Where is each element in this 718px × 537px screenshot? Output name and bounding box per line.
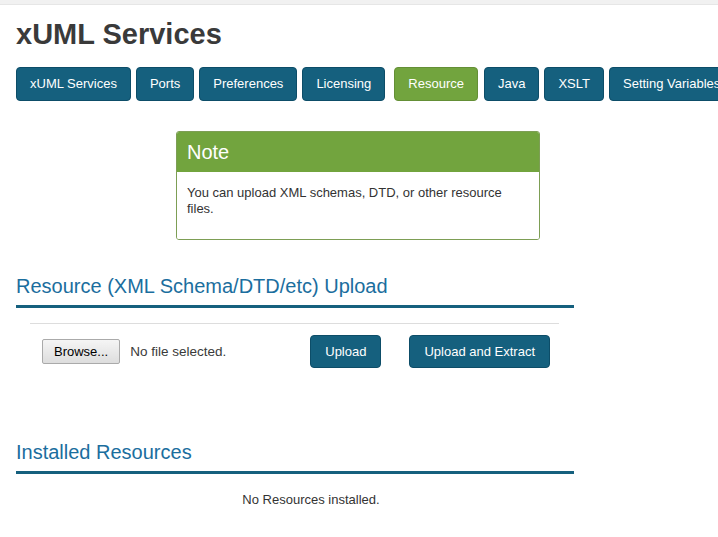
- tab-bar: xUML Services Ports Preferences Licensin…: [16, 67, 702, 101]
- note-box: Note You can upload XML schemas, DTD, or…: [176, 131, 540, 240]
- tab-resource[interactable]: Resource: [394, 67, 478, 101]
- upload-button[interactable]: Upload: [310, 335, 381, 368]
- browse-button[interactable]: Browse...: [42, 339, 120, 364]
- no-resources-message: No Resources installed.: [16, 492, 606, 507]
- upload-divider: [30, 323, 559, 324]
- upload-heading-rule: [16, 305, 574, 308]
- note-body-text: You can upload XML schemas, DTD, or othe…: [177, 172, 539, 239]
- note-title: Note: [177, 132, 539, 172]
- tab-java[interactable]: Java: [484, 67, 539, 101]
- file-status-text: No file selected.: [130, 344, 226, 359]
- upload-section-heading: Resource (XML Schema/DTD/etc) Upload: [16, 274, 702, 298]
- page-content: xUML Services xUML Services Ports Prefer…: [0, 17, 718, 507]
- tab-licensing[interactable]: Licensing: [302, 67, 385, 101]
- upload-and-extract-button[interactable]: Upload and Extract: [409, 335, 550, 368]
- installed-resources-heading: Installed Resources: [16, 440, 702, 464]
- page-title: xUML Services: [16, 17, 702, 51]
- tab-setting-variables[interactable]: Setting Variables: [609, 67, 718, 101]
- tab-xslt[interactable]: XSLT: [544, 67, 604, 101]
- upload-row: Browse... No file selected. Upload Uploa…: [42, 335, 702, 368]
- tab-ports[interactable]: Ports: [136, 67, 194, 101]
- tab-xuml-services[interactable]: xUML Services: [16, 67, 131, 101]
- top-strip: [0, 0, 718, 5]
- installed-heading-rule: [16, 471, 574, 474]
- tab-preferences[interactable]: Preferences: [199, 67, 297, 101]
